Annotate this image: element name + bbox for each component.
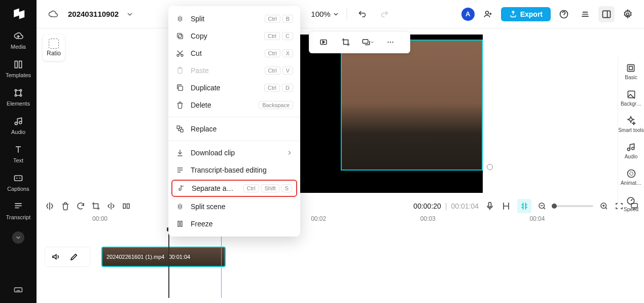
svg-point-36 xyxy=(629,172,633,176)
user-avatar[interactable]: A xyxy=(461,8,475,21)
sidebar-item-label: Captions xyxy=(7,186,29,192)
time-duration: 00:01:04 xyxy=(451,202,479,210)
elements-icon xyxy=(13,87,24,98)
preview-animate-icon[interactable] xyxy=(315,34,332,50)
settings-button[interactable] xyxy=(620,6,636,22)
zoom-in-button[interactable] xyxy=(599,201,609,211)
sidebar-item-text[interactable]: Text xyxy=(13,144,24,163)
help-button[interactable] xyxy=(556,6,572,22)
timeline-clip[interactable]: 202402261601 (1).mp4 00:01:04 xyxy=(101,247,226,267)
sidebar-item-templates[interactable]: Templates xyxy=(6,59,31,78)
svg-point-3 xyxy=(20,89,21,91)
context-menu-download-clip[interactable]: Download clip xyxy=(168,144,300,161)
preview-more-icon[interactable] xyxy=(382,34,399,50)
context-menu-transcript-editing[interactable]: Transcript-based editing xyxy=(168,161,300,179)
ratio-label: Ratio xyxy=(47,50,61,57)
more-sidebar-button[interactable] xyxy=(12,231,24,244)
sidebar-item-label: Audio xyxy=(11,129,25,135)
sidebar-item-label: Templates xyxy=(6,72,31,78)
project-dropdown-chevron-icon[interactable] xyxy=(126,10,134,18)
invite-user-button[interactable] xyxy=(480,6,496,22)
magnetic-snap-button[interactable] xyxy=(517,199,531,213)
queue-button[interactable] xyxy=(577,6,593,22)
zoom-out-button[interactable] xyxy=(538,201,547,211)
timeline-delete-button[interactable] xyxy=(61,201,70,211)
sidebar-item-elements[interactable]: Elements xyxy=(7,87,30,107)
svg-rect-30 xyxy=(628,64,634,71)
timeline-split-button[interactable] xyxy=(45,201,55,211)
cut-icon xyxy=(175,49,185,58)
svg-rect-38 xyxy=(123,204,126,209)
zoom-slider[interactable] xyxy=(553,205,593,207)
timeline-playhead[interactable] xyxy=(168,229,169,298)
right-panel-basic[interactable]: Basic xyxy=(625,63,637,80)
svg-point-16 xyxy=(387,42,388,43)
context-menu-copy[interactable]: Copy CtrlC xyxy=(168,27,300,45)
svg-point-17 xyxy=(390,42,391,43)
paste-icon xyxy=(175,66,185,75)
app-logo[interactable] xyxy=(11,6,26,21)
text-icon xyxy=(13,144,24,155)
replace-icon xyxy=(175,124,185,133)
preview-floating-toolbar xyxy=(309,31,410,53)
main-area: Ratio Split CtrlB Copy CtrlC Cut CtrlX xyxy=(37,28,644,303)
left-sidebar: Media Templates Elements Audio Text Capt… xyxy=(0,0,37,303)
export-label: Export xyxy=(520,10,543,18)
svg-rect-32 xyxy=(628,91,634,97)
timeline-reverse-button[interactable] xyxy=(76,201,85,211)
cloud-sync-icon[interactable] xyxy=(45,6,61,22)
timeline-mirror-button[interactable] xyxy=(106,201,116,211)
zoom-level-dropdown[interactable]: 100% xyxy=(311,10,339,18)
svg-rect-0 xyxy=(15,61,17,68)
sidebar-item-captions[interactable]: Captions xyxy=(7,173,29,192)
sidebar-item-label: Text xyxy=(13,157,23,163)
split-scene-icon xyxy=(175,202,185,211)
preview-crop-icon[interactable] xyxy=(338,34,354,50)
svg-rect-19 xyxy=(178,35,183,39)
preview-mode-button[interactable] xyxy=(630,201,639,211)
track-edit-button[interactable] xyxy=(69,252,79,261)
context-menu-split-scene[interactable]: Split scene xyxy=(168,198,300,215)
panel-toggle-button[interactable] xyxy=(598,6,615,22)
auto-snap-button[interactable] xyxy=(501,201,511,211)
sidebar-item-transcript[interactable]: Transcript xyxy=(6,201,31,220)
sidebar-item-media[interactable]: Media xyxy=(11,30,26,50)
resize-handle-bottom[interactable] xyxy=(487,164,493,170)
context-menu-delete[interactable]: Delete Backspace xyxy=(168,96,300,114)
project-name[interactable]: 202403110902 xyxy=(68,10,119,18)
context-menu-split[interactable]: Split CtrlB xyxy=(168,10,300,27)
right-panel-background[interactable]: Backgr… xyxy=(621,89,641,107)
undo-button[interactable] xyxy=(354,6,371,22)
right-panel-animation[interactable]: Animat… xyxy=(621,169,641,186)
right-panel: Basic Backgr… Smart tools Audio Animat… … xyxy=(618,57,644,215)
timeline-crop-button[interactable] xyxy=(91,201,100,211)
voiceover-button[interactable] xyxy=(485,201,495,211)
preview-selected-clip[interactable] xyxy=(341,40,483,171)
svg-point-10 xyxy=(485,11,488,14)
right-panel-audio[interactable]: Audio xyxy=(625,142,638,159)
preview-replace-icon[interactable] xyxy=(360,34,376,50)
redo-button[interactable] xyxy=(377,6,393,22)
sidebar-item-audio[interactable]: Audio xyxy=(11,116,25,135)
ratio-button[interactable]: Ratio xyxy=(43,35,65,61)
svg-rect-43 xyxy=(631,204,637,208)
svg-rect-29 xyxy=(181,221,182,227)
track-mute-button[interactable] xyxy=(51,252,60,261)
svg-point-35 xyxy=(627,170,635,178)
right-panel-smart-tools[interactable]: Smart tools xyxy=(618,116,644,133)
timeline-rotate-button[interactable] xyxy=(122,201,131,211)
svg-point-13 xyxy=(627,13,629,15)
svg-rect-26 xyxy=(177,126,180,128)
context-menu-freeze[interactable]: Freeze xyxy=(168,215,300,232)
timeline-scrub-indicator xyxy=(221,229,222,298)
context-menu-replace[interactable]: Replace xyxy=(168,120,300,138)
svg-rect-31 xyxy=(629,66,633,70)
fit-timeline-button[interactable] xyxy=(615,201,624,211)
context-menu-duplicate[interactable]: Duplicate CtrlD xyxy=(168,79,300,96)
keyboard-shortcuts-icon[interactable] xyxy=(13,285,23,295)
svg-rect-40 xyxy=(489,203,491,207)
context-menu-separate-audio[interactable]: Separate aud… CtrlShiftS xyxy=(171,180,297,197)
context-menu-cut[interactable]: Cut CtrlX xyxy=(168,45,300,62)
export-button[interactable]: Export xyxy=(501,7,551,21)
sidebar-item-label: Transcript xyxy=(6,214,31,220)
